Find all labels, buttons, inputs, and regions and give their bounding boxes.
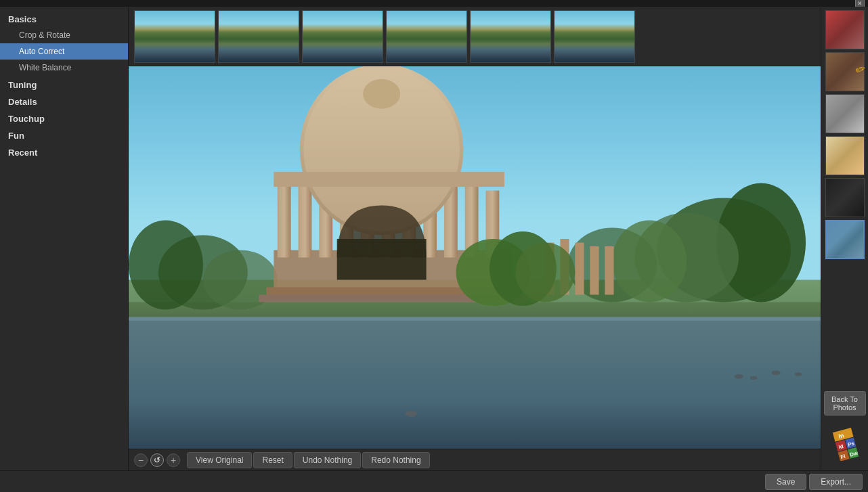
- sidebar-section-fun[interactable]: Fun: [0, 127, 128, 143]
- right-sidebar-thumb-4[interactable]: [825, 136, 865, 175]
- view-original-button[interactable]: View Original: [187, 452, 252, 468]
- right-sidebar: ✏ Back To Photos: [821, 7, 868, 470]
- right-sidebar-thumb-6-active[interactable]: [825, 220, 865, 259]
- svg-rect-34: [590, 246, 599, 294]
- thumb-content-2: [219, 11, 299, 62]
- redo-button[interactable]: Redo Nothing: [362, 452, 429, 468]
- filmstrip-thumb-2[interactable]: [218, 10, 299, 63]
- svg-point-44: [795, 372, 802, 376]
- svg-rect-29: [274, 172, 504, 187]
- save-button[interactable]: Save: [765, 474, 806, 490]
- svg-rect-16: [299, 183, 312, 258]
- svg-point-43: [771, 371, 780, 376]
- svg-rect-3: [129, 317, 821, 320]
- palace-illustration: [129, 66, 821, 449]
- zoom-reset-button[interactable]: ↺: [150, 453, 164, 467]
- photo-area: [129, 66, 821, 449]
- sidebar-section-basics[interactable]: Basics: [0, 10, 128, 27]
- zoom-out-button[interactable]: −: [134, 453, 148, 467]
- thumb-content-4: [387, 11, 466, 62]
- app-icon: In Id Ps Fl Dw: [825, 422, 865, 462]
- back-to-photos-button[interactable]: Back To Photos: [824, 391, 866, 416]
- left-sidebar: Basics Crop & Rotate Auto Correct White …: [0, 7, 129, 470]
- svg-point-42: [750, 376, 758, 380]
- right-sidebar-thumb-1[interactable]: [825, 10, 865, 49]
- top-bar: ✕: [0, 0, 868, 7]
- action-bar: Save Export...: [0, 470, 868, 492]
- filmstrip-thumb-1[interactable]: [134, 10, 215, 63]
- center-content: − ↺ + View Original Reset Undo Nothing R…: [129, 7, 821, 470]
- undo-button[interactable]: Undo Nothing: [294, 452, 361, 468]
- filmstrip: [129, 7, 821, 66]
- filmstrip-thumb-4[interactable]: [386, 10, 467, 63]
- svg-rect-30: [337, 239, 427, 279]
- sidebar-section-tuning[interactable]: Tuning: [0, 76, 128, 93]
- filmstrip-thumb-6[interactable]: [554, 10, 635, 63]
- sidebar-section-recent[interactable]: Recent: [0, 143, 128, 160]
- svg-rect-2: [129, 317, 821, 449]
- zoom-controls: − ↺ +: [134, 453, 180, 467]
- svg-rect-33: [575, 243, 584, 295]
- svg-point-10: [129, 221, 203, 310]
- filmstrip-thumb-3[interactable]: [302, 10, 383, 63]
- svg-rect-15: [278, 183, 291, 258]
- sidebar-item-auto-correct[interactable]: Auto Correct: [0, 43, 128, 60]
- sidebar-section-details[interactable]: Details: [0, 93, 128, 110]
- svg-point-28: [363, 79, 400, 109]
- thumb-content-5: [471, 11, 550, 62]
- thumb-content-3: [303, 11, 383, 62]
- bottom-bar: − ↺ + View Original Reset Undo Nothing R…: [129, 449, 821, 470]
- zoom-in-button[interactable]: +: [167, 453, 180, 467]
- svg-point-8: [612, 221, 687, 303]
- right-sidebar-thumb-3[interactable]: [825, 94, 865, 133]
- thumb-content-1: [135, 11, 215, 62]
- export-button[interactable]: Export...: [809, 474, 863, 490]
- sidebar-item-crop-rotate[interactable]: Crop & Rotate: [0, 27, 128, 43]
- photo-canvas: [129, 66, 821, 449]
- thumb-content-6: [555, 11, 634, 62]
- app-icon-svg: In Id Ps Fl Dw: [826, 423, 864, 461]
- filmstrip-thumb-5[interactable]: [470, 10, 551, 63]
- right-sidebar-bottom: Back To Photos In: [824, 391, 866, 467]
- sidebar-item-white-balance[interactable]: White Balance: [0, 60, 128, 76]
- sidebar-section-touchup[interactable]: Touchup: [0, 110, 128, 127]
- svg-point-38: [515, 243, 575, 303]
- svg-point-39: [406, 411, 418, 417]
- main-layout: Basics Crop & Rotate Auto Correct White …: [0, 7, 868, 470]
- svg-point-41: [735, 374, 743, 379]
- right-sidebar-thumb-5[interactable]: [825, 178, 865, 217]
- reset-button[interactable]: Reset: [253, 452, 292, 468]
- svg-rect-35: [605, 246, 613, 294]
